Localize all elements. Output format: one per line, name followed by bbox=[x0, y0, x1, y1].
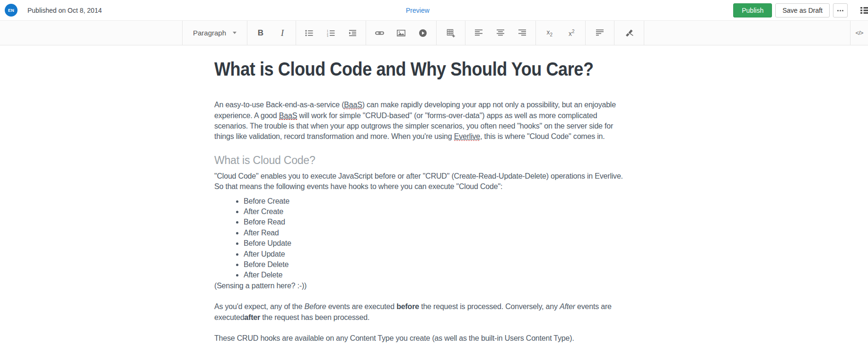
list-item: Before Update bbox=[244, 238, 630, 249]
align-justify-icon bbox=[596, 29, 604, 36]
indent-icon bbox=[349, 29, 357, 37]
text-run: after bbox=[244, 313, 260, 321]
article-body: What is Cloud Code and Why Should You Ca… bbox=[214, 58, 630, 344]
svg-text:3: 3 bbox=[327, 34, 328, 37]
align-left-button[interactable] bbox=[470, 25, 487, 41]
text-run: As you'd expect, any of the bbox=[214, 302, 304, 310]
list-item: After Create bbox=[244, 207, 630, 217]
toolbar-spacer bbox=[644, 21, 850, 45]
topbar: EN Published on Oct 8, 2014 Preview Publ… bbox=[0, 0, 868, 21]
hyperlink-button[interactable] bbox=[371, 25, 388, 41]
chevron-down-icon bbox=[233, 32, 237, 34]
subscript-icon: x2 bbox=[546, 28, 552, 37]
ellipsis-icon bbox=[837, 10, 839, 11]
editor-toolbar: Paragraph B I 1 2 3 bbox=[0, 21, 868, 45]
language-badge[interactable]: EN bbox=[5, 4, 18, 17]
list-view-icon[interactable] bbox=[860, 7, 868, 14]
image-icon bbox=[397, 30, 405, 36]
inline-link[interactable]: BaaS bbox=[344, 101, 362, 109]
topbar-actions: Publish Save as Draft bbox=[733, 0, 868, 21]
text-run: events are executed bbox=[326, 302, 396, 310]
section-intro-paragraph: "Cloud Code" enables you to execute Java… bbox=[214, 171, 630, 192]
list-item: After Delete bbox=[244, 270, 630, 280]
pattern-note: (Sensing a pattern here? :-)) bbox=[214, 281, 630, 291]
text-run: Before bbox=[304, 302, 326, 310]
align-left-icon bbox=[475, 29, 483, 36]
list-item: After Read bbox=[244, 228, 630, 238]
list-item: Before Read bbox=[244, 217, 630, 227]
numbered-list-button[interactable]: 1 2 3 bbox=[323, 25, 340, 41]
superscript-button[interactable]: x2 bbox=[563, 25, 580, 41]
text-run: the request has been processed. bbox=[260, 313, 369, 321]
editor-canvas[interactable]: What is Cloud Code and Why Should You Ca… bbox=[0, 45, 868, 344]
video-icon bbox=[419, 29, 427, 37]
list-item: Before Delete bbox=[244, 259, 630, 270]
before-after-paragraph: As you'd expect, any of the Before event… bbox=[214, 302, 630, 323]
topbar-left: EN Published on Oct 8, 2014 bbox=[0, 4, 102, 17]
subscript-button[interactable]: x2 bbox=[541, 25, 558, 41]
text-run: before bbox=[396, 302, 419, 310]
section-heading: What is Cloud Code? bbox=[214, 153, 630, 168]
preview-link[interactable]: Preview bbox=[406, 0, 430, 21]
align-right-icon bbox=[518, 29, 526, 36]
bullet-list-button[interactable] bbox=[301, 25, 318, 41]
published-status: Published on Oct 8, 2014 bbox=[27, 7, 102, 14]
align-right-button[interactable] bbox=[514, 25, 531, 41]
bold-icon: B bbox=[258, 28, 263, 38]
bold-button[interactable]: B bbox=[252, 25, 269, 41]
text-run: the request is processed. Conversely, an… bbox=[419, 302, 560, 310]
code-view-icon: </> bbox=[856, 29, 863, 36]
image-button[interactable] bbox=[393, 25, 410, 41]
inline-link[interactable]: BaaS bbox=[279, 112, 297, 120]
insert-table-icon bbox=[447, 29, 455, 37]
clear-formatting-button[interactable] bbox=[621, 25, 638, 41]
align-center-icon bbox=[497, 29, 505, 36]
code-view-button[interactable]: </> bbox=[851, 25, 868, 41]
numbered-list-icon: 1 2 3 bbox=[327, 29, 335, 37]
inline-link[interactable]: Everlive bbox=[454, 132, 480, 141]
list-item: After Update bbox=[244, 249, 630, 259]
crud-paragraph: These CRUD hooks are available on any Co… bbox=[214, 333, 630, 344]
intro-paragraph: An easy-to-use Back-end-as-a-service (Ba… bbox=[214, 100, 630, 142]
save-as-draft-button[interactable]: Save as Draft bbox=[775, 3, 830, 17]
video-button[interactable] bbox=[414, 25, 431, 41]
italic-icon: I bbox=[281, 28, 284, 38]
text-run: An easy-to-use Back-end-as-a-service ( bbox=[214, 101, 344, 109]
text-run: "Cloud Code" enables you to execute Java… bbox=[214, 172, 623, 190]
insert-table-button[interactable] bbox=[442, 25, 459, 41]
superscript-icon: x2 bbox=[569, 29, 575, 37]
hyperlink-icon bbox=[375, 30, 384, 36]
more-options-button[interactable] bbox=[833, 3, 848, 17]
text-run: , this is where "Cloud Code" comes in. bbox=[480, 132, 605, 140]
article-title: What is Cloud Code and Why Should You Ca… bbox=[214, 58, 580, 80]
italic-button[interactable]: I bbox=[274, 25, 291, 41]
clear-formatting-icon bbox=[625, 29, 633, 37]
text-run: After bbox=[560, 302, 575, 310]
paragraph-style-label: Paragraph bbox=[193, 29, 226, 37]
paragraph-style-dropdown[interactable]: Paragraph bbox=[193, 29, 237, 37]
align-justify-button[interactable] bbox=[591, 25, 608, 41]
indent-button[interactable] bbox=[344, 25, 361, 41]
list-item: Before Create bbox=[244, 196, 630, 207]
hooks-list: Before CreateAfter CreateBefore ReadAfte… bbox=[214, 196, 630, 281]
align-center-button[interactable] bbox=[492, 25, 509, 41]
publish-button[interactable]: Publish bbox=[733, 3, 772, 17]
bullet-list-icon bbox=[305, 29, 313, 37]
